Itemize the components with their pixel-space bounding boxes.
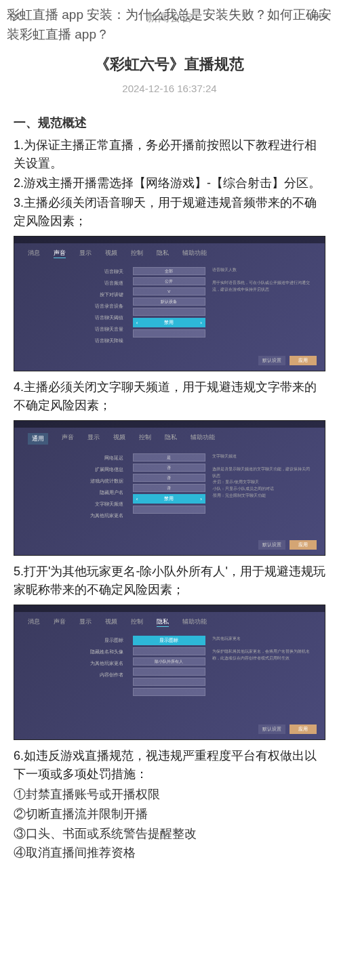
apply-button: 应用 bbox=[290, 724, 317, 734]
option-label: 按下对讲键 bbox=[24, 290, 126, 300]
overlay-question-title: 彩虹直播 app 安装：为什么我总是安装失败？如何正确安装彩虹直播 app？ bbox=[0, 5, 339, 44]
option-value bbox=[133, 308, 205, 316]
paragraph: 3.主播必须关闭语音聊天，用于规避违规音频带来的不确定风险因素； bbox=[14, 194, 325, 230]
option-label: 语音聊天阈值 bbox=[24, 313, 126, 323]
game-tab: 辅助功能 bbox=[182, 617, 207, 627]
game-tab: 视频 bbox=[113, 433, 125, 445]
paragraph: 6.如违反游戏直播规范，视违规严重程度平台有权做出以下一项或多项处罚措施： bbox=[14, 747, 325, 783]
game-tab: 视频 bbox=[105, 617, 117, 627]
option-highlighted: ‹ 禁用 › bbox=[133, 318, 205, 327]
game-tab: 辅助功能 bbox=[191, 433, 215, 445]
section-heading: 一、规范概述 bbox=[14, 115, 325, 131]
option-label: 语音聊天音量 bbox=[24, 325, 126, 334]
option-label: 为其他玩家更名 bbox=[24, 659, 126, 668]
option-label: 网络延迟 bbox=[24, 453, 126, 463]
chevron-right-icon: › bbox=[200, 496, 202, 502]
option-value: 否 bbox=[133, 474, 205, 482]
option-label: 游戏内统计数据 bbox=[24, 476, 126, 486]
penalty-item: ④取消直播间推荐资格 bbox=[14, 843, 325, 863]
option-value bbox=[133, 668, 205, 676]
penalty-item: ③口头、书面或系统警告提醒整改 bbox=[14, 824, 325, 844]
apply-button: 应用 bbox=[290, 540, 317, 550]
game-screenshot-text: 通用 声音 显示 视频 控制 隐私 辅助功能 网络延迟 扩展网络信息 游戏内统计… bbox=[14, 420, 325, 556]
option-value bbox=[133, 678, 205, 686]
game-tab: 声音 bbox=[62, 433, 74, 445]
game-tab: 显示 bbox=[87, 433, 100, 445]
option-label: 显示图标 bbox=[24, 636, 126, 645]
option-value: 全部 bbox=[133, 267, 205, 275]
paragraph: 4.主播必须关闭文字聊天频道，用于规避违规文字带来的不确定风险因素； bbox=[14, 378, 325, 415]
penalty-item: ②切断直播流并限制开播 bbox=[14, 804, 325, 824]
game-screenshot-privacy: 消息 声音 显示 视频 控制 隐私 辅助功能 显示图标 隐藏姓名和头像 为其他玩… bbox=[14, 605, 325, 740]
paragraph: 5.打开'为其他玩家更名-除小队外所有人'，用于规避违规玩家昵称带来的不确定风险… bbox=[14, 563, 325, 599]
option-label: 语音录音设备 bbox=[24, 302, 126, 311]
game-tab: 声音 bbox=[54, 617, 66, 627]
option-description: 语音聊天人数用于实时语音系统，可在小队或公开频道中进行沟通交流，建议在游戏中保持… bbox=[212, 267, 314, 346]
option-label: 扩展网络信息 bbox=[24, 465, 126, 474]
option-description: 为其他玩家更名为保护隐私将其他玩家更名，会将用户名替换为随机名称，此选项仅在内容… bbox=[212, 636, 314, 696]
option-highlighted: 显示图标 bbox=[133, 636, 205, 645]
game-tab-active: 声音 bbox=[54, 249, 66, 258]
chevron-right-icon: › bbox=[200, 320, 202, 326]
option-value: V bbox=[133, 287, 205, 295]
option-label: 语音聊天 bbox=[24, 267, 126, 277]
option-highlighted: ‹ 禁用 › bbox=[133, 494, 205, 504]
option-value: 默认设备 bbox=[133, 298, 205, 306]
default-button: 默认设置 bbox=[258, 540, 285, 550]
game-tab: 消息 bbox=[28, 249, 40, 258]
default-button: 默认设置 bbox=[258, 356, 285, 365]
game-tab-active: 隐私 bbox=[157, 617, 169, 627]
chevron-left-icon: ‹ bbox=[136, 320, 138, 326]
game-tab: 隐私 bbox=[157, 249, 169, 258]
paragraph: 2.游戏主播开播需选择【网络游戏】-【综合射击】分区。 bbox=[14, 174, 325, 192]
game-tab: 消息 bbox=[28, 617, 40, 627]
option-label: 为其他玩家更名 bbox=[24, 511, 126, 520]
game-tab: 辅助功能 bbox=[182, 249, 207, 258]
option-value bbox=[133, 688, 205, 696]
apply-button: 应用 bbox=[290, 356, 317, 365]
option-value: 是 bbox=[133, 453, 205, 462]
game-tab: 显示 bbox=[79, 617, 92, 627]
game-tab: 控制 bbox=[139, 433, 151, 445]
option-value: 否 bbox=[133, 464, 205, 472]
game-tab-active: 通用 bbox=[28, 433, 48, 445]
game-tab: 显示 bbox=[79, 249, 92, 258]
penalty-item: ①封禁直播账号或开播权限 bbox=[14, 785, 325, 804]
game-tab: 控制 bbox=[131, 249, 143, 258]
article-content: 一、规范概述 1.为保证主播正常直播，务必开播前按照以下教程进行相关设置。 2.… bbox=[0, 94, 339, 876]
paragraph: 1.为保证主播正常直播，务必开播前按照以下教程进行相关设置。 bbox=[14, 136, 325, 173]
game-tab: 控制 bbox=[131, 617, 143, 627]
option-value: 公开 bbox=[133, 277, 205, 285]
option-value bbox=[133, 329, 205, 338]
article-title: 《彩虹六号》直播规范 bbox=[0, 54, 339, 75]
option-value: 除小队外所有人 bbox=[133, 657, 205, 666]
game-screenshot-audio: 消息 声音 显示 视频 控制 隐私 辅助功能 语音聊天 语音频道 按下对讲键 语… bbox=[14, 236, 325, 371]
game-tab: 视频 bbox=[105, 249, 117, 258]
option-label: 内容创作者 bbox=[24, 670, 126, 680]
option-label: 隐藏用户名 bbox=[24, 488, 126, 497]
default-button: 默认设置 bbox=[258, 724, 285, 734]
option-value bbox=[133, 647, 205, 655]
option-label: 语音频道 bbox=[24, 279, 126, 288]
game-tab: 隐私 bbox=[165, 433, 177, 445]
option-label: 语音聊天降噪 bbox=[24, 336, 126, 346]
article-date: 2024-12-16 16:37:24 bbox=[0, 83, 339, 94]
chevron-left-icon: ‹ bbox=[136, 496, 138, 502]
option-value: 否 bbox=[133, 484, 205, 492]
option-value bbox=[133, 506, 205, 514]
option-description: 文字聊天频道选择是否显示聊天频道的文字聊天功能，建议保持关闭状态·开启：显示/使… bbox=[212, 453, 314, 520]
option-label: 隐藏姓名和头像 bbox=[24, 647, 126, 657]
option-label: 文字聊天频道 bbox=[24, 499, 126, 509]
